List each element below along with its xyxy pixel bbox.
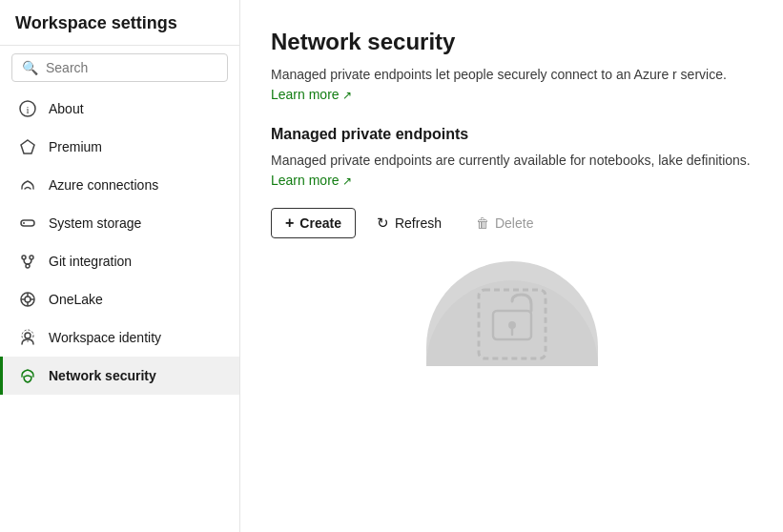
- illustration: [271, 261, 752, 366]
- sidebar-item-workspace-identity[interactable]: Workspace identity: [0, 318, 239, 357]
- learn-more-link-1[interactable]: Learn more ↗: [271, 85, 352, 105]
- sidebar-item-network-security[interactable]: Network security: [0, 357, 239, 395]
- external-link-icon-1: ↗: [342, 87, 352, 104]
- page-title: Network security: [271, 29, 752, 55]
- illus-background: [426, 261, 598, 366]
- external-link-icon-2: ↗: [342, 173, 352, 190]
- nav-list: i About Premium Azure connections System…: [0, 90, 239, 532]
- section-title: Managed private endpoints: [271, 126, 752, 143]
- sidebar-item-storage[interactable]: System storage: [0, 204, 239, 242]
- svg-text:i: i: [26, 104, 29, 115]
- sidebar-title: Workspace settings: [0, 0, 239, 46]
- sidebar-item-storage-label: System storage: [49, 215, 141, 231]
- storage-icon: [18, 214, 37, 233]
- intro-description: Managed private endpoints let people sec…: [271, 65, 752, 105]
- azure-icon: [18, 175, 37, 194]
- sidebar-item-onelake-label: OneLake: [49, 292, 103, 307]
- svg-point-6: [30, 256, 33, 259]
- delete-icon: 🗑: [476, 215, 489, 231]
- git-icon: [18, 252, 37, 271]
- delete-button[interactable]: 🗑 Delete: [463, 210, 546, 236]
- search-icon: 🔍: [22, 60, 38, 75]
- section-description: Managed private endpoints are currently …: [271, 151, 752, 191]
- svg-point-14: [25, 333, 31, 338]
- svg-point-9: [25, 297, 31, 302]
- refresh-icon: ↻: [377, 215, 389, 232]
- sidebar: Workspace settings 🔍 i About Premium Azu…: [0, 0, 240, 532]
- action-bar: + Create ↻ Refresh 🗑 Delete: [271, 208, 752, 238]
- search-input[interactable]: [46, 60, 217, 75]
- sidebar-item-azure[interactable]: Azure connections: [0, 166, 239, 204]
- sidebar-item-network-security-label: Network security: [49, 368, 156, 383]
- sidebar-item-azure-label: Azure connections: [49, 177, 158, 193]
- sidebar-item-premium-label: Premium: [49, 139, 102, 154]
- sidebar-item-git-label: Git integration: [49, 254, 132, 269]
- premium-icon: [18, 137, 37, 156]
- refresh-button[interactable]: ↻ Refresh: [363, 209, 455, 237]
- illus-svg: [426, 261, 598, 366]
- svg-point-5: [22, 256, 26, 259]
- learn-more-link-2[interactable]: Learn more ↗: [271, 171, 352, 191]
- sidebar-item-about[interactable]: i About: [0, 90, 239, 128]
- create-button[interactable]: + Create: [271, 208, 356, 238]
- sidebar-item-workspace-identity-label: Workspace identity: [49, 330, 161, 345]
- sidebar-item-onelake[interactable]: OneLake: [0, 280, 239, 318]
- search-box[interactable]: 🔍: [11, 53, 228, 82]
- onelake-icon: [18, 290, 37, 309]
- identity-icon: [18, 328, 37, 347]
- network-security-icon: [18, 366, 37, 385]
- sidebar-item-about-label: About: [49, 101, 84, 116]
- svg-marker-2: [21, 140, 34, 153]
- sidebar-item-git[interactable]: Git integration: [0, 242, 239, 280]
- sidebar-item-premium[interactable]: Premium: [0, 128, 239, 166]
- info-icon: i: [18, 99, 37, 118]
- plus-icon: +: [285, 215, 294, 232]
- main-content: Network security Managed private endpoin…: [240, 0, 783, 532]
